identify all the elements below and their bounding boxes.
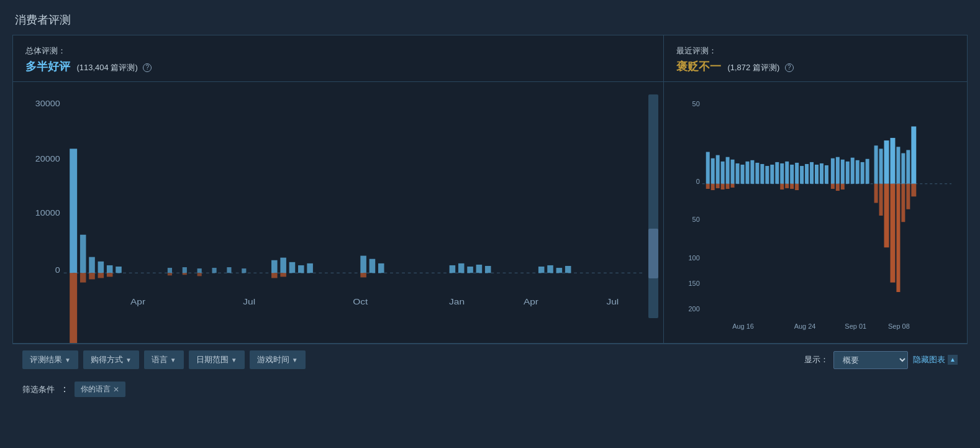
filter-results-button[interactable]: 评测结果 ▼ (22, 350, 78, 369)
chart-scrollbar[interactable] (648, 94, 658, 318)
svg-rect-20 (307, 263, 313, 273)
svg-rect-96 (846, 162, 850, 184)
svg-rect-27 (450, 265, 456, 273)
overall-rating-row: 多半好评 (113,404 篇评测) ? (25, 59, 651, 74)
svg-text:30000: 30000 (35, 99, 60, 108)
svg-text:Jul: Jul (606, 298, 619, 307)
svg-rect-59 (711, 158, 715, 184)
left-chart-area: 30000 20000 10000 0 (13, 82, 663, 343)
svg-rect-92 (795, 184, 799, 190)
svg-text:Sep 01: Sep 01 (845, 322, 866, 330)
filter-language-button[interactable]: 语言 ▼ (144, 350, 184, 369)
svg-rect-29 (467, 267, 473, 273)
svg-rect-18 (289, 262, 296, 273)
svg-rect-62 (726, 157, 730, 184)
filter-purchase-arrow: ▼ (125, 357, 132, 363)
svg-rect-67 (750, 160, 754, 184)
svg-rect-65 (741, 165, 745, 184)
left-panel: 总体评测： 多半好评 (113,404 篇评测) ? 30000 20000 1… (12, 35, 663, 344)
svg-text:150: 150 (689, 280, 700, 287)
svg-rect-30 (476, 265, 483, 273)
svg-text:Aug 16: Aug 16 (732, 322, 754, 330)
svg-rect-43 (183, 273, 187, 275)
filter-date-button[interactable]: 日期范围 ▼ (189, 350, 245, 369)
svg-rect-76 (721, 184, 725, 190)
svg-rect-41 (242, 268, 246, 273)
svg-rect-23 (360, 256, 366, 273)
svg-rect-8 (89, 257, 95, 273)
svg-rect-39 (212, 268, 216, 273)
filter-tag-language[interactable]: 你的语言 ✕ (75, 382, 125, 397)
filter-purchase-label: 购得方式 (91, 354, 123, 365)
svg-rect-6 (70, 273, 77, 343)
svg-rect-95 (841, 160, 845, 184)
svg-rect-17 (280, 258, 286, 273)
svg-rect-36 (168, 268, 172, 273)
filter-playtime-button[interactable]: 游戏时间 ▼ (250, 350, 306, 369)
svg-rect-25 (378, 263, 384, 273)
recent-rating: 褒贬不一 (676, 60, 721, 73)
filter-date-arrow: ▼ (231, 357, 237, 363)
svg-rect-31 (485, 266, 491, 273)
recent-help-icon[interactable]: ? (785, 63, 794, 72)
svg-rect-22 (280, 273, 286, 277)
overall-label: 总体评测： (25, 45, 651, 57)
right-panel: 最近评测： 褒贬不一 (1,872 篇评测) ? 50 0 50 100 150… (663, 35, 968, 344)
svg-rect-38 (197, 268, 202, 273)
svg-text:50: 50 (692, 100, 700, 107)
filter-language-label: 语言 (152, 354, 168, 365)
svg-rect-110 (906, 150, 910, 183)
svg-text:Sep 08: Sep 08 (888, 322, 910, 330)
svg-rect-32 (538, 267, 545, 273)
filter-conditions-label: 筛选条件 (22, 384, 55, 395)
svg-rect-21 (271, 273, 278, 278)
display-select[interactable]: 概要 详细 (833, 351, 908, 369)
svg-rect-12 (80, 273, 86, 282)
svg-rect-61 (721, 162, 725, 184)
right-chart-area: 50 0 50 100 150 200 (664, 82, 967, 343)
svg-rect-114 (884, 184, 889, 248)
svg-rect-85 (810, 162, 814, 184)
svg-text:Oct: Oct (353, 298, 368, 307)
svg-rect-9 (98, 262, 104, 273)
recent-count: (1,872 篇评测) (727, 63, 779, 72)
svg-rect-7 (80, 235, 86, 273)
filter-purchase-button[interactable]: 购得方式 ▼ (83, 350, 139, 369)
chart-scroll-thumb[interactable] (648, 229, 658, 278)
svg-rect-75 (716, 184, 720, 188)
svg-rect-118 (906, 184, 910, 209)
hide-chart-button[interactable]: 隐藏图表 ▲ (913, 354, 958, 365)
svg-rect-108 (896, 147, 900, 183)
hide-chart-label: 隐藏图表 (913, 354, 945, 365)
filter-tag-close-icon[interactable]: ✕ (113, 385, 119, 394)
svg-rect-66 (745, 162, 749, 184)
overall-help-icon[interactable]: ? (143, 63, 152, 72)
svg-rect-19 (298, 265, 304, 273)
svg-rect-102 (836, 184, 840, 191)
svg-rect-74 (711, 184, 715, 190)
svg-rect-94 (836, 157, 840, 184)
svg-rect-24 (370, 259, 376, 273)
svg-rect-34 (556, 268, 563, 273)
svg-rect-119 (911, 184, 916, 197)
svg-rect-100 (866, 159, 869, 184)
recent-rating-row: 褒贬不一 (1,872 篇评测) ? (676, 59, 955, 74)
svg-text:10000: 10000 (35, 209, 60, 217)
svg-rect-107 (890, 138, 895, 184)
page-title: 消费者评测 (12, 12, 968, 27)
svg-rect-112 (874, 184, 878, 203)
recent-review-header: 最近评测： 褒贬不一 (1,872 篇评测) ? (664, 35, 967, 82)
svg-rect-70 (765, 166, 769, 184)
svg-rect-111 (911, 127, 916, 184)
svg-rect-69 (760, 164, 764, 184)
filter-language-arrow: ▼ (170, 357, 176, 363)
svg-rect-83 (800, 166, 804, 184)
svg-rect-72 (775, 162, 779, 184)
svg-rect-117 (901, 184, 905, 222)
svg-rect-11 (116, 267, 122, 273)
svg-rect-73 (706, 184, 710, 189)
svg-text:0: 0 (696, 178, 700, 185)
svg-rect-60 (716, 155, 720, 184)
svg-text:Jan: Jan (449, 298, 465, 307)
svg-rect-37 (183, 267, 187, 273)
